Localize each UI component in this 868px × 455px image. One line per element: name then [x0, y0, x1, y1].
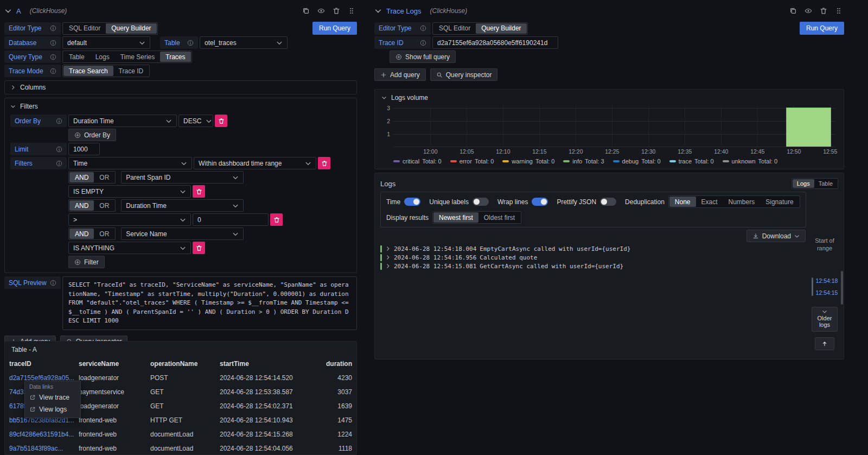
logs-view-option[interactable]: Logs: [793, 179, 814, 188]
col-duration[interactable]: duration: [314, 357, 356, 371]
and-option[interactable]: AND: [69, 172, 94, 182]
drag-handle-icon[interactable]: [833, 5, 844, 16]
info-icon[interactable]: [420, 40, 426, 46]
log-line[interactable]: 2024-06-28 12:54:18.004EmptyCartAsync ca…: [380, 244, 797, 253]
logs-page-indicator[interactable]: 12:54:18 12:54:15: [812, 277, 838, 296]
query-name[interactable]: Trace Logs: [386, 7, 422, 15]
expand-log-icon[interactable]: [385, 246, 391, 251]
filter-duration-operator-select[interactable]: >: [68, 213, 191, 226]
query-type-traces[interactable]: Traces: [160, 52, 190, 62]
trace-id-option[interactable]: Trace ID: [113, 66, 149, 76]
query-builder-option[interactable]: Query Builder: [476, 23, 526, 34]
col-service-name[interactable]: serviceName: [74, 357, 146, 371]
remove-filter-button[interactable]: [318, 157, 330, 169]
scroll-to-top-button[interactable]: [815, 337, 834, 350]
legend-item-info[interactable]: infoTotal: 3: [563, 158, 604, 165]
dedup-none-option[interactable]: None: [669, 197, 696, 207]
logs-volume-toggle[interactable]: Logs volume: [381, 94, 837, 102]
query-type-table[interactable]: Table: [63, 52, 90, 62]
view-logs-menu-item[interactable]: View logs: [25, 403, 80, 415]
or-option[interactable]: OR: [94, 172, 114, 182]
trace-id-link[interactable]: 9a7b51843f89ac...: [5, 441, 74, 455]
logs-scrollbar-thumb[interactable]: [841, 271, 843, 305]
query-ref[interactable]: A: [16, 7, 21, 15]
query-builder-option[interactable]: Query Builder: [106, 23, 156, 34]
dedup-numbers-option[interactable]: Numbers: [723, 197, 761, 207]
legend-item-unknown[interactable]: unknownTotal: 0: [723, 158, 778, 165]
sql-editor-option[interactable]: SQL Editor: [433, 23, 476, 34]
wrap-lines-toggle[interactable]: [532, 198, 548, 206]
range-time-end[interactable]: 12:54:15: [816, 289, 838, 296]
info-icon[interactable]: [56, 160, 62, 167]
log-line[interactable]: 2024-06-28 12:54:16.956Calculated quote: [380, 253, 797, 262]
remove-filter-button[interactable]: [193, 242, 205, 254]
database-select[interactable]: default: [62, 36, 150, 49]
query-type-logs[interactable]: Logs: [90, 52, 115, 62]
and-option[interactable]: AND: [69, 229, 94, 239]
volume-bar-info[interactable]: [786, 108, 831, 147]
filter-duration-value-input[interactable]: 0: [193, 213, 269, 226]
collapse-query-icon[interactable]: [4, 7, 12, 15]
dedup-exact-option[interactable]: Exact: [696, 197, 723, 207]
order-by-field-select[interactable]: Duration Time: [68, 115, 177, 127]
prettify-json-toggle[interactable]: [600, 198, 616, 206]
info-icon[interactable]: [50, 25, 56, 31]
limit-input[interactable]: 1000: [68, 143, 100, 155]
show-full-query-button[interactable]: Show full query: [390, 50, 456, 63]
add-order-by-button[interactable]: Order By: [68, 129, 116, 141]
view-trace-menu-item[interactable]: View trace: [25, 391, 80, 403]
filter-parent-span-operator-select[interactable]: IS EMPTY: [68, 185, 191, 198]
collapse-query-icon[interactable]: [374, 7, 382, 15]
order-by-direction-select[interactable]: DESC: [178, 115, 213, 127]
info-icon[interactable]: [56, 118, 62, 124]
trace-id-link[interactable]: 89cf4286e631591b4...: [5, 427, 74, 441]
sql-editor-option[interactable]: SQL Editor: [63, 23, 106, 34]
table-panel-title[interactable]: Table - A: [5, 342, 356, 357]
info-icon[interactable]: [420, 25, 426, 31]
download-button[interactable]: Download: [746, 230, 806, 242]
filter-service-field-select[interactable]: Service Name: [121, 228, 244, 240]
filter-time-field-select[interactable]: Time: [68, 157, 192, 169]
add-filter-button[interactable]: Filter: [68, 256, 105, 268]
info-icon[interactable]: [50, 40, 56, 46]
and-option[interactable]: AND: [69, 200, 94, 211]
legend-item-debug[interactable]: debugTotal: 0: [613, 158, 661, 165]
trace-search-option[interactable]: Trace Search: [63, 66, 113, 76]
drag-handle-icon[interactable]: [346, 5, 357, 16]
query-type-time-series[interactable]: Time Series: [115, 52, 161, 62]
query-inspector-button[interactable]: Query inspector: [430, 68, 498, 81]
filter-duration-field-select[interactable]: Duration Time: [121, 199, 244, 212]
time-toggle[interactable]: [404, 198, 420, 206]
filter-service-operator-select[interactable]: IS ANYTHING: [68, 242, 191, 254]
col-trace-id[interactable]: traceID: [5, 357, 74, 371]
remove-order-by-button[interactable]: [215, 115, 227, 127]
col-operation-name[interactable]: operationName: [146, 357, 215, 371]
expand-log-icon[interactable]: [385, 255, 391, 260]
or-option[interactable]: OR: [94, 200, 114, 211]
duplicate-query-icon[interactable]: [788, 5, 799, 16]
filters-section-toggle[interactable]: Filters: [10, 103, 351, 110]
info-icon[interactable]: [187, 40, 194, 46]
oldest-first-option[interactable]: Oldest first: [478, 212, 520, 223]
table-view-option[interactable]: Table: [814, 179, 837, 188]
legend-item-warning[interactable]: warningTotal: 0: [502, 158, 554, 165]
unique-labels-toggle[interactable]: [473, 198, 489, 206]
columns-section-toggle[interactable]: Columns: [4, 80, 357, 94]
log-line[interactable]: 2024-06-28 12:54:15.081GetCartAsync call…: [380, 262, 797, 270]
older-logs-button[interactable]: Older logs: [812, 307, 838, 332]
filter-parent-span-field-select[interactable]: Parent Span ID: [121, 171, 244, 184]
toggle-visibility-icon[interactable]: [803, 5, 814, 16]
legend-item-error[interactable]: errorTotal: 0: [450, 158, 494, 165]
trace-id-input[interactable]: d2a7155ef6a928a05680e5ff6190241d: [432, 36, 558, 49]
or-option[interactable]: OR: [94, 229, 114, 239]
info-icon[interactable]: [50, 68, 56, 74]
run-query-button[interactable]: Run Query: [312, 22, 357, 35]
info-icon[interactable]: [50, 54, 56, 60]
filter-time-value-select[interactable]: Within dashboard time range: [194, 157, 316, 169]
col-start-time[interactable]: startTime: [215, 357, 314, 371]
info-icon[interactable]: [56, 146, 62, 153]
add-query-button[interactable]: Add query: [374, 68, 426, 81]
info-icon[interactable]: [50, 280, 56, 286]
range-time-start[interactable]: 12:54:18: [816, 277, 838, 284]
table-select[interactable]: otel_traces: [200, 36, 288, 49]
